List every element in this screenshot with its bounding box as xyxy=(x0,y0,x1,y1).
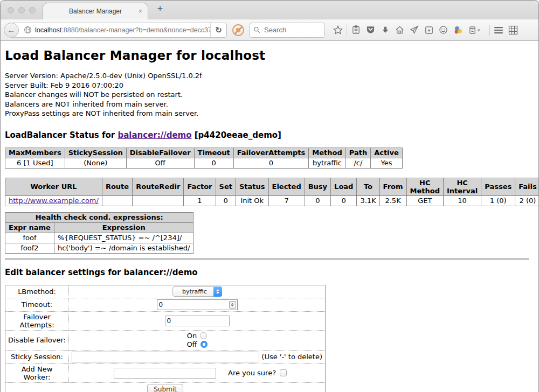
url-bar[interactable]: localhost:8880/balancer-manager?b=demo&n… xyxy=(11,23,227,38)
health-check-table: Health check cond. expressions: Expr nam… xyxy=(5,212,194,254)
toolbar-icons: ▾ xyxy=(330,23,521,37)
number-stepper-icon[interactable] xyxy=(229,301,236,309)
col-fails: Fails xyxy=(515,178,538,195)
failover-attempts-input[interactable] xyxy=(165,316,230,326)
tiles-grid-icon[interactable] xyxy=(506,23,521,37)
col-passes: Passes xyxy=(481,178,515,195)
form-row-lbmethod: LBmethod: bytraffic xyxy=(5,285,326,298)
notice-proxypass: ProxyPass settings are NOT inherited fro… xyxy=(5,109,534,118)
url-text[interactable]: localhost:8880/balancer-manager?b=demo&n… xyxy=(35,26,210,34)
col-from: From xyxy=(379,178,406,195)
radio-off-label: Off xyxy=(186,340,197,349)
window-minimize-button[interactable] xyxy=(18,7,25,13)
edit-balancer-form: LBmethod: bytraffic Timeout: xyxy=(5,285,326,392)
reading-list-icon[interactable] xyxy=(349,23,363,37)
loadbalancer-status-heading: LoadBalancer Status for balancer://demo … xyxy=(5,130,534,140)
menu-hamburger-icon[interactable] xyxy=(492,23,506,37)
lbmethod-select[interactable]: bytraffic xyxy=(172,286,222,297)
disable-failover-off-radio[interactable] xyxy=(201,341,208,348)
overflow-caret-icon[interactable]: ▾ xyxy=(478,27,480,33)
failover-attempts-label: Failover Attempts: xyxy=(5,311,69,330)
forum-smiley-icon[interactable] xyxy=(436,23,451,37)
col-timeout: Timeout xyxy=(194,148,233,158)
search-icon xyxy=(253,26,260,33)
col-routeredir: RouteRedir xyxy=(133,178,184,195)
val-routeredir xyxy=(133,195,184,206)
edit-balancer-heading: Edit balancer settings for balancer://de… xyxy=(5,268,534,277)
worker-url-link[interactable]: http://www.example.com/ xyxy=(9,197,99,205)
lbmethod-label: LBmethod: xyxy=(5,285,69,298)
add-worker-label: Add New Worker: xyxy=(5,363,69,382)
bookmark-star-icon[interactable] xyxy=(330,23,345,37)
back-button[interactable]: ← xyxy=(4,23,19,38)
tab-bar: Balancer Manager × + xyxy=(1,1,538,19)
status-heading-suffix: [p4420eeae_demo] xyxy=(192,130,281,140)
notice-inherit: Balancers are NOT inherited from main se… xyxy=(5,100,534,109)
disable-failover-on-radio[interactable] xyxy=(200,332,207,339)
window-zoom-button[interactable] xyxy=(29,7,36,13)
home-icon[interactable] xyxy=(392,23,407,37)
val-timeout: 0 xyxy=(194,158,233,168)
screenshot-icon[interactable] xyxy=(421,23,436,37)
form-row-submit: Submit xyxy=(5,382,326,392)
table-row: http://www.example.com/ 1 0 Init Ok 7 0 … xyxy=(5,195,539,206)
col-set: Set xyxy=(216,178,236,195)
hc-table-title: Health check cond. expressions: xyxy=(5,212,194,222)
col-elected: Elected xyxy=(268,178,305,195)
timeout-input[interactable] xyxy=(157,299,238,310)
worker-table: Worker URL Route RouteRedir Factor Set S… xyxy=(5,178,538,206)
search-input[interactable] xyxy=(263,25,321,34)
send-tab-icon[interactable] xyxy=(407,23,421,37)
col-path: Path xyxy=(345,148,370,158)
sticky-session-label: Sticky Session: xyxy=(5,350,69,363)
col-expression: Expression xyxy=(54,222,194,233)
val-passes: 1 (0) xyxy=(481,195,515,206)
col-active: Active xyxy=(371,148,403,158)
tab-title: Balancer Manager xyxy=(69,8,122,15)
server-built: Server Built: Feb 9 2016 07:00:20 xyxy=(5,81,534,90)
toolbar-separator-2 xyxy=(489,25,490,36)
url-path: :8880/balancer-manager?b=demo&nonce=decc… xyxy=(61,26,210,34)
url-host: localhost xyxy=(35,26,61,34)
val-set: 0 xyxy=(216,195,236,206)
globe-icon xyxy=(24,26,32,34)
add-worker-input[interactable] xyxy=(114,368,216,379)
page-content: Load Balancer Manager for localhost Serv… xyxy=(1,41,538,392)
tab-balancer-manager[interactable]: Balancer Manager × xyxy=(43,3,148,19)
plugin-blocked-icon[interactable] xyxy=(232,24,244,36)
form-row-failover-attempts: Failover Attempts: xyxy=(5,311,326,330)
search-bar[interactable] xyxy=(250,23,325,38)
window-close-button[interactable] xyxy=(8,7,14,13)
val-from: 2.5K xyxy=(379,195,406,206)
val-worker-url: http://www.example.com/ xyxy=(5,195,102,206)
form-row-sticky-session: Sticky Session: (Use '-' to delete) xyxy=(5,350,326,363)
col-maxmembers: MaxMembers xyxy=(5,148,65,158)
col-failoverattempts: FailoverAttempts xyxy=(233,148,309,158)
table-header-row: MaxMembers StickySession DisableFailover… xyxy=(5,148,403,158)
reload-button[interactable]: ↻ xyxy=(210,23,226,37)
submit-button[interactable]: Submit xyxy=(147,384,183,392)
sticky-session-input[interactable] xyxy=(72,352,259,362)
are-you-sure-checkbox[interactable] xyxy=(280,369,287,376)
new-tab-button[interactable]: + xyxy=(154,3,167,15)
balancer-status-table: MaxMembers StickySession DisableFailover… xyxy=(5,148,403,169)
val-busy: 0 xyxy=(305,195,330,206)
col-stickysession: StickySession xyxy=(65,148,126,158)
col-status: Status xyxy=(236,178,268,195)
val-expr-name-2: foof2 xyxy=(5,243,54,253)
tab-close-icon[interactable]: × xyxy=(139,8,142,15)
col-hc-interval: HC Interval xyxy=(443,178,481,195)
colored-dots-icon[interactable] xyxy=(451,23,465,37)
pocket-icon[interactable] xyxy=(363,23,378,37)
col-expr-name: Expr name xyxy=(5,222,54,233)
val-expr-name-1: foof xyxy=(5,233,54,243)
balancer-demo-link[interactable]: balancer://demo xyxy=(118,130,191,140)
downloads-icon[interactable] xyxy=(378,23,392,37)
form-row-add-worker: Add New Worker: Are you sure? xyxy=(5,363,326,382)
radio-on-label: On xyxy=(187,332,197,340)
val-expression-2: hc('body') =~ /domain is established/ xyxy=(54,243,194,253)
col-factor: Factor xyxy=(184,178,216,195)
lbmethod-selected-value: bytraffic xyxy=(178,288,213,295)
val-route xyxy=(102,195,132,206)
table-title-row: Health check cond. expressions: xyxy=(5,212,194,222)
